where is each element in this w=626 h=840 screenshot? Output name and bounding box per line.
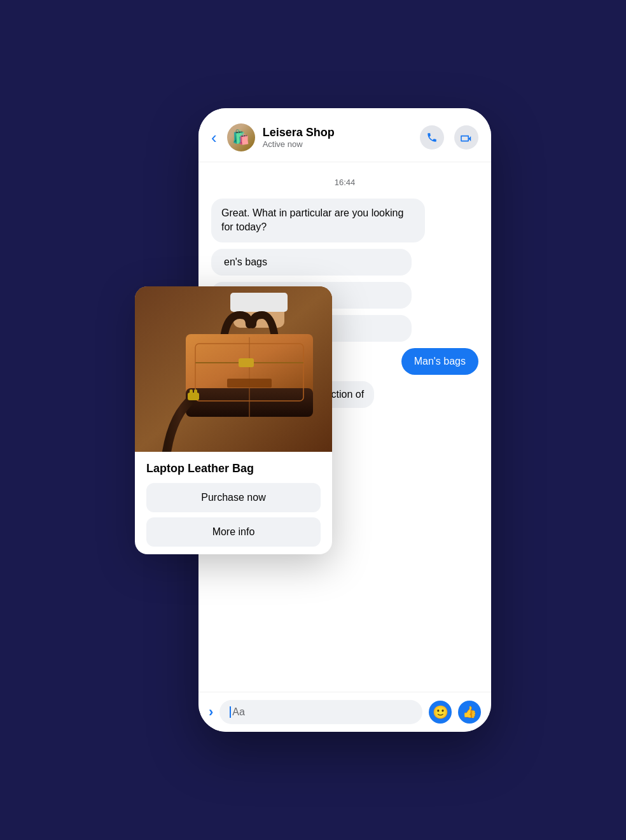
like-button[interactable]: 👍 [458,701,481,724]
active-status: Active now [263,139,412,149]
product-image [135,286,332,452]
avatar: 🛍️ [227,123,255,151]
svg-rect-15 [227,379,272,388]
bot-message: Great. What in particular are you lookin… [211,199,425,242]
emoji-icon: 🙂 [433,704,449,720]
avatar-icon: 🛍️ [232,129,249,146]
phone-header: ‹ 🛍️ Leisera Shop Active now [198,108,491,162]
cursor [230,706,231,718]
input-bar: › Aa 🙂 👍 [198,692,491,732]
svg-rect-11 [239,358,254,367]
purchase-now-button[interactable]: Purchase now [146,483,321,512]
svg-rect-14 [194,389,197,396]
product-card: Laptop Leather Bag Purchase now More inf… [135,286,332,554]
call-button[interactable] [420,125,444,150]
video-call-button[interactable] [454,125,478,150]
user-message: Man's bags [401,348,478,375]
input-placeholder: Aa [232,706,245,718]
svg-rect-13 [190,389,193,396]
product-info: Laptop Leather Bag Purchase now More inf… [135,452,332,554]
header-info: Leisera Shop Active now [263,126,412,149]
expand-button[interactable]: › [209,704,213,720]
svg-rect-5 [230,293,288,312]
product-title: Laptop Leather Bag [146,462,321,475]
shop-name: Leisera Shop [263,126,412,139]
more-info-button[interactable]: More info [146,517,321,547]
header-actions [420,125,478,150]
emoji-button[interactable]: 🙂 [429,701,452,724]
scene: ‹ 🛍️ Leisera Shop Active now [135,70,491,770]
quick-reply-mens[interactable]: en's bags [211,249,412,276]
message-input[interactable]: Aa [219,700,422,724]
svg-rect-12 [188,393,199,400]
back-button[interactable]: ‹ [211,128,217,148]
like-icon: 👍 [463,705,476,719]
chat-timestamp: 16:44 [211,178,478,187]
